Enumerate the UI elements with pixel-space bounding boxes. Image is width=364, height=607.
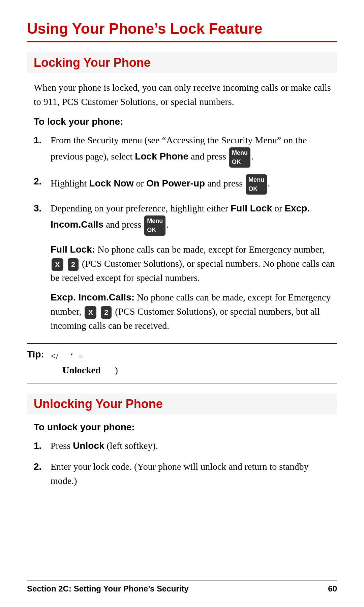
full-lock-term: Full Lock: [231, 203, 272, 213]
tip-content: </ ‘ = Unlocked ): [51, 349, 337, 377]
lock-step-1: 1. From the Security menu (see “Accessin…: [34, 133, 337, 168]
step-num-3: 3.: [34, 201, 51, 215]
unlocked-word: Unlocked: [62, 365, 101, 375]
page-title: Using Your Phone’s Lock Feature: [27, 20, 337, 42]
lock-steps-list: 1. From the Security menu (see “Accessin…: [34, 133, 337, 236]
unlock-step-num-2: 2.: [34, 460, 51, 474]
section-unlocking: Unlocking Your Phone To unlock your phon…: [27, 394, 337, 488]
section-unlocking-title: Unlocking Your Phone: [27, 394, 337, 414]
menu-ok-badge-3: MenuOK: [144, 215, 165, 236]
footer-left: Section 2C: Setting Your Phone’s Securit…: [27, 584, 189, 594]
lock-sub-heading: To lock your phone:: [34, 116, 337, 127]
tip-box: Tip: </ ‘ = Unlocked ): [27, 343, 337, 383]
lock-phone-term: Lock Phone: [135, 151, 188, 162]
unlock-step-1-content: Press Unlock (left softkey).: [51, 439, 337, 453]
lock-step-3: 3. Depending on your preference, highlig…: [34, 201, 337, 236]
section-locking: Locking Your Phone When your phone is lo…: [27, 52, 337, 333]
unlock-sub-heading: To unlock your phone:: [34, 422, 337, 433]
menu-ok-badge-2: MenuOK: [246, 174, 267, 195]
unlock-step-num-1: 1.: [34, 439, 51, 453]
unlock-step-1: 1. Press Unlock (left softkey).: [34, 439, 337, 453]
footer: Section 2C: Setting Your Phone’s Securit…: [27, 580, 337, 594]
section-locking-title: Locking Your Phone: [27, 52, 337, 73]
step-1-content: From the Security menu (see “Accessing t…: [51, 133, 337, 168]
full-lock-block: Full Lock: No phone calls can be made, e…: [51, 242, 337, 285]
unlock-step-2-content: Enter your lock code. (Your phone will u…: [51, 460, 337, 488]
unlock-step-2: 2. Enter your lock code. (Your phone wil…: [34, 460, 337, 488]
tip-label: Tip:: [27, 349, 47, 360]
key-x-badge-2: X: [85, 306, 96, 319]
key-x-badge-1: X: [52, 258, 63, 271]
step-3-content: Depending on your preference, highlight …: [51, 201, 337, 236]
key-2-badge-2: 2: [101, 306, 112, 319]
on-power-up-term: On Power-up: [146, 178, 205, 189]
footer-right: 60: [328, 584, 337, 594]
intro-paragraph: When your phone is locked, you can only …: [34, 81, 337, 109]
unlock-steps-list: 1. Press Unlock (left softkey). 2. Enter…: [34, 439, 337, 488]
tip-row: Tip: </ ‘ = Unlocked ): [27, 349, 337, 377]
lock-now-term: Lock Now: [89, 178, 133, 189]
excp-block: Excp. Incom.Calls: No phone calls can be…: [51, 290, 337, 333]
step-num-1: 1.: [34, 133, 51, 147]
key-2-badge-1: 2: [68, 258, 79, 271]
unlock-term: Unlock: [73, 440, 104, 451]
step-2-content: Highlight Lock Now or On Power-up and pr…: [51, 174, 337, 195]
step-num-2: 2.: [34, 174, 51, 189]
excp-label: Excp. Incom.Calls:: [51, 292, 134, 302]
lock-step-2: 2. Highlight Lock Now or On Power-up and…: [34, 174, 337, 195]
menu-ok-badge-1: MenuOK: [229, 147, 250, 168]
full-lock-label: Full Lock:: [51, 244, 95, 255]
